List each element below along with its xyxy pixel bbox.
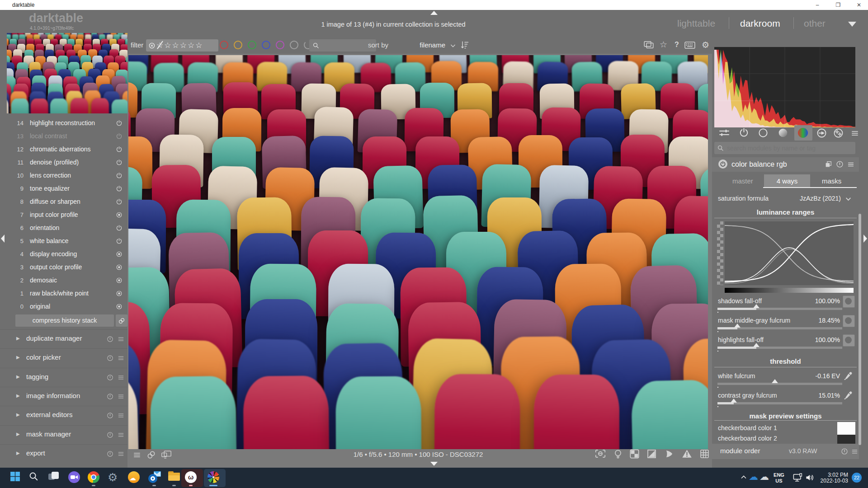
snapshot-circles-icon[interactable] [146, 450, 156, 460]
navigation-thumbnail[interactable] [7, 33, 127, 113]
reset-icon[interactable] [107, 336, 113, 343]
sidebar-module-duplicate-manager[interactable]: ▶duplicate manager [0, 329, 127, 349]
sort-field-dropdown[interactable]: filename [398, 41, 445, 49]
taskbar-app-chrome[interactable] [88, 471, 99, 483]
view-other[interactable]: other [804, 18, 826, 29]
slider-marker[interactable] [731, 399, 737, 403]
base-group-icon[interactable] [758, 128, 768, 138]
luminance-ranges-graph[interactable] [725, 221, 854, 285]
taskbar-app-search[interactable] [28, 471, 40, 483]
compress-history-button[interactable]: compress history stack [15, 314, 114, 327]
reset-parameters-icon[interactable] [836, 160, 844, 168]
module-power-icon[interactable] [116, 225, 123, 232]
module-search-box[interactable] [714, 142, 855, 154]
module-power-icon[interactable] [116, 185, 123, 192]
expand-arrow-icon[interactable]: ▶ [16, 355, 20, 360]
history-item[interactable]: 5white balance [0, 235, 127, 248]
sidebar-module-export[interactable]: ▶export [0, 444, 127, 464]
taskbar-app-start[interactable] [10, 471, 22, 483]
mask-display-toggle[interactable] [843, 334, 855, 347]
module-applied-icon[interactable] [116, 264, 123, 271]
effect-group-icon[interactable] [833, 128, 844, 138]
close-button[interactable]: ✕ [849, 0, 868, 10]
filter-search-input[interactable] [321, 40, 375, 51]
help-icon[interactable]: ? [675, 41, 679, 49]
view-lighttable[interactable]: lighttable [677, 18, 715, 29]
preferences-gear-icon[interactable]: ⚙ [702, 40, 709, 50]
module-applied-icon[interactable] [116, 211, 123, 219]
reset-icon[interactable] [107, 355, 113, 361]
presets-icon[interactable] [118, 432, 124, 438]
sidebar-module-tagging[interactable]: ▶tagging [0, 368, 127, 387]
filmstrip-toggle-icon[interactable] [644, 41, 654, 49]
color-label-red[interactable] [220, 41, 228, 49]
module-title[interactable]: color balance rgb [731, 160, 787, 169]
slider-marker[interactable] [772, 379, 778, 383]
mask-display-toggle[interactable] [843, 296, 855, 308]
module-power-icon[interactable] [116, 159, 123, 166]
slider-track[interactable] [717, 347, 842, 349]
tab-4ways[interactable]: 4 ways [764, 174, 810, 188]
reset-icon[interactable] [841, 448, 848, 455]
multi-instance-icon[interactable] [825, 160, 832, 168]
views-dropdown-icon[interactable] [848, 22, 856, 27]
raw-overexposed-icon[interactable] [630, 449, 639, 459]
edited-image[interactable] [128, 55, 708, 449]
expand-arrow-icon[interactable]: ▶ [16, 412, 20, 417]
module-applied-icon[interactable] [116, 290, 123, 297]
star-5-icon[interactable]: ☆ [195, 41, 202, 50]
mask-display-toggle[interactable] [843, 315, 855, 327]
taskbar-app-weather[interactable]: ☁ [128, 471, 140, 483]
softproof-icon[interactable] [665, 449, 674, 459]
star-4-icon[interactable]: ☆ [188, 41, 194, 50]
history-item[interactable]: 6orientation [0, 222, 127, 235]
history-item[interactable]: 0original [0, 300, 127, 314]
saturation-formula-dropdown[interactable]: JzAzBz (2021) [769, 195, 841, 202]
star-1-icon[interactable]: ☆ [164, 41, 171, 50]
focus-peaking-icon[interactable] [595, 449, 606, 458]
taskbar-app-meet[interactable] [68, 471, 80, 483]
collapse-left-panel-arrow[interactable] [1, 235, 5, 243]
expand-arrow-icon[interactable]: ▶ [16, 336, 20, 341]
language-indicator[interactable]: ENGUS [771, 472, 787, 484]
sort-dropdown-chevron-icon[interactable] [450, 44, 456, 48]
taskbar-app-outlook[interactable] [148, 471, 160, 483]
module-power-icon[interactable] [116, 133, 123, 140]
module-power-icon[interactable] [116, 238, 123, 245]
module-applied-icon[interactable] [116, 277, 123, 284]
quick-access-icon[interactable] [719, 128, 730, 138]
view-darkroom[interactable]: darkroom [740, 18, 780, 29]
module-applied-icon[interactable] [116, 303, 123, 310]
presets-icon[interactable] [118, 412, 124, 419]
history-item[interactable]: 8diffuse or sharpen [0, 196, 127, 209]
module-power-icon[interactable] [116, 146, 123, 153]
taskbar-app-darktable[interactable] [208, 471, 219, 483]
collapse-right-panel-arrow[interactable] [863, 235, 867, 243]
slider-marker[interactable] [753, 304, 760, 308]
star-rejected-icon[interactable]: ☆ [156, 41, 163, 50]
minimize-button[interactable]: – [807, 0, 827, 10]
taskbar-app-task-view[interactable] [48, 471, 60, 483]
module-enable-button[interactable] [718, 160, 727, 169]
presets-icon[interactable] [118, 450, 124, 457]
histogram[interactable] [714, 47, 855, 127]
module-order-bar[interactable]: module order v3.0 RAW [712, 444, 859, 459]
history-item[interactable]: 14highlight reconstruction [0, 117, 127, 130]
slider-marker[interactable] [753, 343, 760, 347]
history-item[interactable]: 1raw black/white point [0, 287, 127, 300]
bottom-menu-icon[interactable] [133, 451, 141, 459]
collapse-top-panel-arrow[interactable] [430, 11, 438, 15]
guides-overlay-icon[interactable] [700, 449, 709, 459]
network-icon[interactable] [793, 473, 803, 483]
module-power-icon[interactable] [116, 198, 123, 206]
duplicate-instance-button[interactable] [116, 314, 127, 327]
tray-overflow-chevron-icon[interactable] [741, 475, 747, 479]
color-group-icon[interactable] [798, 128, 808, 138]
favorite-star-icon[interactable]: ☆ [660, 39, 667, 50]
presets-icon[interactable] [118, 355, 124, 361]
presets-menu-icon[interactable] [851, 129, 859, 137]
iso12646-lamp-icon[interactable] [614, 449, 622, 459]
history-item[interactable]: 4display encoding [0, 248, 127, 261]
onedrive-personal-cloud-icon[interactable]: ☁ [760, 471, 769, 482]
shortcuts-keyboard-icon[interactable] [684, 42, 695, 49]
